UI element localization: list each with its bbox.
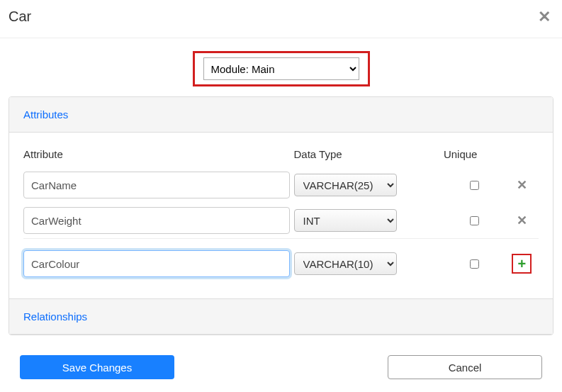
cancel-button[interactable]: Cancel: [388, 355, 542, 379]
add-row-highlight: +: [512, 254, 532, 274]
col-unique: Unique: [444, 142, 510, 167]
unique-checkbox[interactable]: [470, 216, 479, 225]
close-icon[interactable]: ✕: [538, 9, 551, 25]
module-select[interactable]: Module: Main: [203, 57, 359, 80]
attribute-name-input[interactable]: [23, 172, 290, 198]
module-row: Module: Main: [9, 51, 553, 86]
attributes-table: Attribute Data Type Unique VARCHAR(25): [23, 142, 539, 281]
tab-relationships[interactable]: Relationships: [9, 298, 553, 335]
delete-row-icon[interactable]: ✕: [517, 179, 527, 191]
attribute-name-input[interactable]: [23, 207, 290, 234]
new-datatype-select[interactable]: VARCHAR(10): [294, 252, 397, 275]
dialog-footer: Save Changes Cancel: [0, 335, 562, 386]
dialog-title: Car: [9, 9, 31, 25]
col-datatype: Data Type: [294, 142, 444, 167]
new-row: VARCHAR(10) +: [23, 239, 539, 282]
module-highlight: Module: Main: [193, 51, 370, 86]
new-unique-checkbox[interactable]: [470, 259, 479, 269]
col-attribute: Attribute: [23, 142, 294, 167]
add-row-icon[interactable]: +: [518, 257, 527, 271]
save-button[interactable]: Save Changes: [20, 355, 174, 379]
table-row: INT ✕: [23, 203, 539, 239]
unique-checkbox[interactable]: [470, 181, 479, 190]
delete-row-icon[interactable]: ✕: [517, 214, 527, 227]
datatype-select[interactable]: VARCHAR(25): [294, 174, 397, 196]
settings-panel: Attributes Attribute Data Type Unique: [9, 96, 553, 335]
tab-attributes[interactable]: Attributes: [9, 97, 553, 133]
attributes-body: Attribute Data Type Unique VARCHAR(25): [9, 133, 553, 298]
table-row: VARCHAR(25) ✕: [23, 167, 539, 203]
dialog-body: Module: Main Attributes Attribute Data T…: [0, 38, 562, 335]
new-attribute-name-input[interactable]: [23, 250, 290, 277]
dialog-header: Car ✕: [0, 0, 562, 38]
datatype-select[interactable]: INT: [294, 209, 397, 232]
